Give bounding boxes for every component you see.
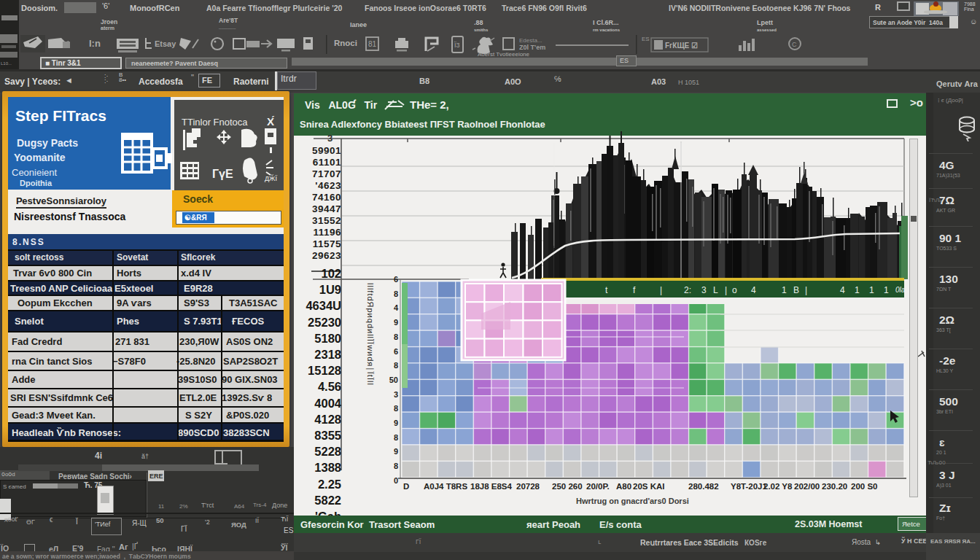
svg-text:B: B: [793, 285, 799, 295]
svg-text:ДӁЇ: ДӁЇ: [265, 174, 277, 182]
svg-text:L: L: [713, 285, 718, 295]
svg-text:1: 1: [884, 285, 889, 295]
svg-text:|: |: [805, 285, 807, 295]
svg-text:3: 3: [701, 285, 707, 295]
svg-text:0la: 0la: [895, 286, 906, 294]
svg-text:1: 1: [869, 285, 874, 295]
svg-text:|: |: [725, 285, 727, 295]
svg-text:2:: 2:: [684, 285, 691, 295]
svg-text:4: 4: [751, 285, 756, 295]
svg-text:1: 1: [782, 285, 787, 295]
svg-text:|: |: [660, 285, 662, 295]
svg-text:o: o: [732, 285, 737, 295]
svg-text:ГүЕ: ГүЕ: [212, 168, 233, 180]
svg-text:4: 4: [840, 285, 845, 295]
svg-text:1: 1: [855, 285, 860, 295]
